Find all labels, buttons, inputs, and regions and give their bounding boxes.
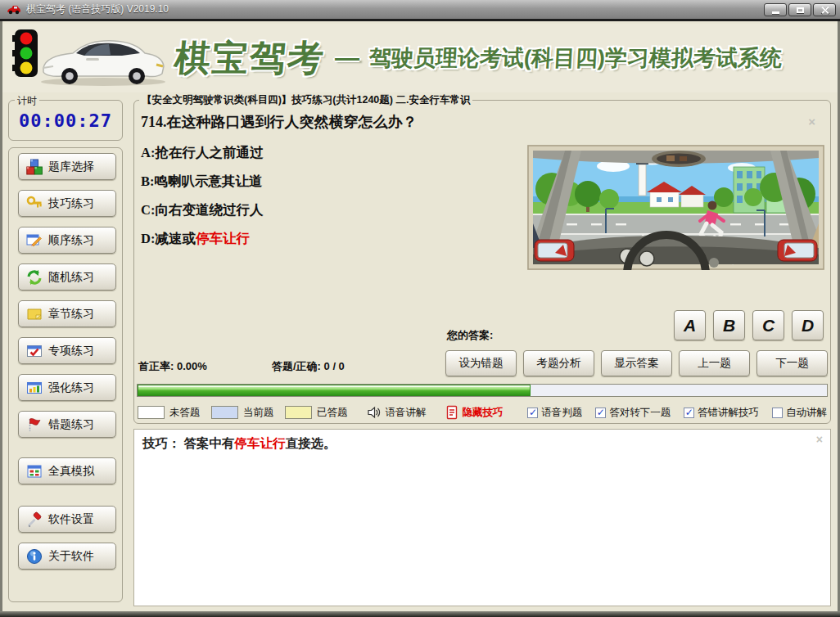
- sidebar-item-special-practice[interactable]: 专项练习: [18, 337, 116, 364]
- sidebar-item-sequential-practice[interactable]: 顺序练习: [18, 227, 116, 254]
- auto-explain-label: 自动讲解: [786, 406, 827, 420]
- current-question-label: 当前题: [243, 406, 274, 420]
- sidebar-item-skill-practice[interactable]: 技巧练习: [18, 190, 116, 217]
- tip-panel: 技巧： 答案中有停车让行直接选。 ×: [133, 429, 831, 606]
- answer-button-d[interactable]: D: [792, 310, 824, 340]
- answer-button-b[interactable]: B: [713, 310, 745, 340]
- tip-close-icon[interactable]: ×: [816, 434, 823, 445]
- hide-tip-label[interactable]: 隐藏技巧: [462, 406, 503, 420]
- first-correct-rate: 首正率: 0.00%: [138, 359, 207, 374]
- action-buttons: 设为错题 考题分析 显示答案 上一题 下一题: [445, 350, 828, 376]
- app-brand: 棋宝驾考: [172, 34, 327, 83]
- sidebar-item-question-bank[interactable]: 题库选择: [18, 153, 116, 180]
- header-banner: 棋宝驾考 — 驾驶员理论考试(科目四)学习模拟考试系统: [2, 24, 838, 92]
- unanswered-label: 未答题: [169, 406, 201, 420]
- question-category: 【安全文明驾驶常识类(科目四)】技巧练习(共计1240题) 二.安全行车常识: [139, 93, 472, 107]
- analysis-button[interactable]: 考题分析: [523, 350, 594, 376]
- sidebar-item-random-practice[interactable]: 随机练习: [18, 263, 116, 290]
- sidebar-item-intensive-practice[interactable]: 强化练习: [18, 374, 116, 401]
- explain-on-wrong-label: 答错讲解技巧: [698, 406, 759, 420]
- maximize-button[interactable]: [788, 3, 811, 16]
- voice-judge-checkbox[interactable]: ✓: [527, 408, 538, 418]
- checked-window-icon: [26, 343, 43, 359]
- close-button[interactable]: [813, 3, 836, 16]
- explain-on-wrong-checkbox[interactable]: ✓: [684, 408, 694, 418]
- key-icon: [26, 196, 43, 212]
- mark-wrong-button[interactable]: 设为错题: [445, 350, 517, 376]
- option-b: B:鸣喇叭示意其让道: [141, 172, 263, 200]
- timer-label: 计时: [15, 94, 39, 108]
- sidebar-item-full-mock-exam[interactable]: 全真模拟: [18, 457, 116, 484]
- minimize-icon: [772, 11, 779, 14]
- answer-buttons: A B C D: [674, 310, 824, 340]
- shuffle-arrows-icon: [26, 269, 43, 286]
- progress-bar: [137, 384, 828, 397]
- close-icon: [820, 6, 829, 15]
- app-subtitle: 驾驶员理论考试(科目四)学习模拟考试系统: [368, 43, 783, 73]
- answered-correct-count: 答题/正确: 0 / 0: [272, 359, 345, 374]
- window-border-bottom: [0, 611, 840, 617]
- red-flag-icon: [26, 417, 43, 433]
- minimize-button[interactable]: [764, 3, 787, 16]
- sidebar-item-label: 强化练习: [48, 381, 94, 395]
- voice-explain-label[interactable]: 语音讲解: [385, 406, 426, 420]
- brand-dash: —: [335, 44, 359, 72]
- question-panel: 【安全文明驾驶常识类(科目四)】技巧练习(共计1240题) 二.安全行车常识 ×…: [133, 100, 831, 424]
- question-image: [527, 145, 824, 273]
- progress-fill: [138, 385, 531, 396]
- answer-button-c[interactable]: C: [752, 310, 784, 340]
- question-close-icon[interactable]: ×: [808, 115, 815, 128]
- sidebar-item-label: 顺序练习: [48, 233, 94, 248]
- speaker-icon[interactable]: [367, 405, 382, 420]
- options-list: A:抢在行人之前通过 B:鸣喇叭示意其让道 C:向右变道绕过行人 D:减速或停车…: [141, 143, 263, 258]
- cubes-icon: [26, 159, 43, 175]
- your-answer-label: 您的答案:: [447, 328, 493, 343]
- voice-judge-label: 语音判题: [541, 406, 582, 420]
- pencil-window-icon: [26, 232, 43, 249]
- hide-tip-doc-icon[interactable]: [445, 405, 458, 420]
- banner-car-image: [37, 34, 169, 91]
- sidebar-item-label: 软件设置: [48, 512, 94, 527]
- answer-button-a[interactable]: A: [674, 310, 706, 340]
- answered-label: 已答题: [317, 406, 348, 420]
- screwdriver-icon: [26, 511, 43, 528]
- title-bar: 棋宝驾考 (语音技巧版) V2019.10: [0, 0, 840, 21]
- option-d: D:减速或停车让行: [141, 229, 263, 258]
- sidebar-item-label: 错题练习: [48, 417, 94, 432]
- auto-explain-checkbox[interactable]: [772, 408, 783, 418]
- sidebar-item-wrong-questions[interactable]: 错题练习: [18, 411, 116, 438]
- sidebar-item-chapter-practice[interactable]: 章节练习: [18, 300, 116, 327]
- question-title: 714.在这种路口遇到行人突然横穿怎么办？: [141, 112, 418, 132]
- sidebar-item-label: 全真模拟: [48, 464, 94, 479]
- car-app-icon: [7, 4, 21, 15]
- window-border-left: [0, 21, 2, 617]
- info-icon: [26, 548, 43, 565]
- auto-next-label: 答对转下一题: [609, 406, 671, 420]
- show-answer-button[interactable]: 显示答案: [601, 350, 672, 376]
- check-icon: ✓: [685, 408, 693, 417]
- tip-text: 技巧： 答案中有停车让行直接选。: [142, 435, 336, 453]
- sidebar-item-label: 题库选择: [48, 160, 94, 174]
- sidebar-item-label: 随机练习: [48, 270, 94, 285]
- auto-next-checkbox[interactable]: ✓: [595, 408, 606, 418]
- unanswered-swatch: [138, 406, 165, 419]
- sidebar-item-about[interactable]: 关于软件: [18, 543, 116, 570]
- nav-groupbox: 题库选择 技巧练习 顺序练习: [8, 147, 123, 602]
- traffic-light-icon: [12, 29, 40, 83]
- grid-window-icon: [26, 463, 43, 480]
- timer-groupbox: 计时 00:00:27: [8, 100, 123, 141]
- check-icon: ✓: [597, 408, 605, 417]
- next-question-button[interactable]: 下一题: [756, 350, 828, 376]
- answered-swatch: [285, 406, 312, 419]
- sidebar-item-label: 章节练习: [48, 307, 94, 322]
- app-window: 棋宝驾考 (语音技巧版) V2019.10: [0, 0, 840, 617]
- sidebar-item-label: 专项练习: [48, 344, 94, 358]
- window-title: 棋宝驾考 (语音技巧版) V2019.10: [26, 2, 169, 16]
- sidebar-item-settings[interactable]: 软件设置: [18, 506, 116, 533]
- sidebar-item-label: 技巧练习: [48, 196, 94, 211]
- timer-value: 00:00:27: [9, 110, 122, 131]
- legend-row: 未答题 当前题 已答题 语音讲解 隐藏技巧 ✓ 语音判题: [138, 405, 829, 420]
- previous-question-button[interactable]: 上一题: [679, 350, 750, 376]
- option-c: C:向右变道绕过行人: [141, 200, 263, 229]
- sticky-note-icon: [26, 306, 43, 322]
